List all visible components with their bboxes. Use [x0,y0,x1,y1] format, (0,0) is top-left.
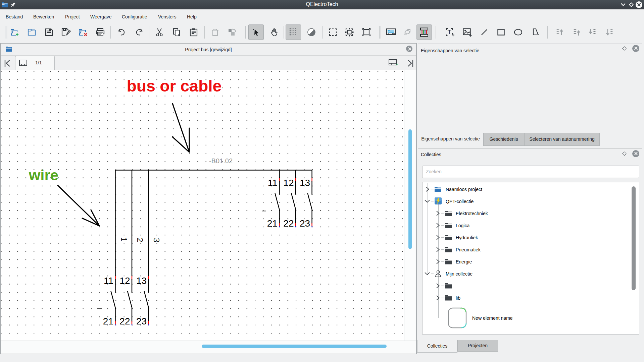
svg-text:Hydrauliek: Hydrauliek [456,235,478,240]
svg-text:QET-collectie: QET-collectie [446,199,474,204]
svg-text:Logica: Logica [456,223,469,228]
svg-text:22: 22 [283,218,294,229]
svg-text:3: 3 [152,238,161,242]
svg-text:12: 12 [283,178,294,188]
svg-text:21: 21 [103,316,113,326]
svg-text:New element name: New element name [472,315,513,321]
svg-text:Energie: Energie [456,259,472,264]
svg-text:bus or cable: bus or cable [127,77,222,95]
svg-text:13: 13 [300,178,310,188]
svg-text:Mijn collectie: Mijn collectie [446,271,473,277]
svg-text:Elektrotechniek: Elektrotechniek [456,211,488,216]
svg-text:11: 11 [268,178,278,188]
svg-text:21: 21 [267,218,278,229]
svg-text:-B01.02: -B01.02 [209,157,233,165]
svg-text:23: 23 [300,218,310,229]
svg-text:11: 11 [104,276,113,286]
svg-text:13: 13 [136,276,147,286]
svg-text:22: 22 [119,316,130,326]
svg-text:wire: wire [29,167,58,183]
svg-text:1: 1 [119,237,129,242]
svg-text:Naamloos project: Naamloos project [446,187,482,192]
svg-text:12: 12 [119,276,130,286]
svg-text:2: 2 [136,238,145,242]
svg-text:Pneumatiek: Pneumatiek [456,247,481,252]
svg-text:23: 23 [136,316,147,326]
svg-text:lib: lib [456,295,460,301]
svg-text:T: T [448,29,451,35]
